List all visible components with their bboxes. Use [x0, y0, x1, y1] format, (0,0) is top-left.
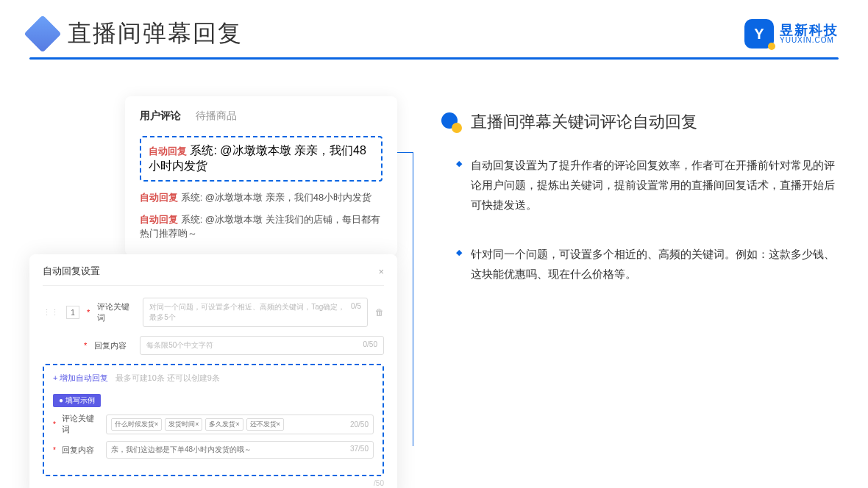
auto-reply-badge: 自动回复 — [149, 146, 187, 157]
keyword-counter: 0/5 — [351, 302, 361, 323]
form-row-1: ⋮⋮ 1 * 评论关键词 对同一个问题，可设置多个相近、高频的关键词，Tag确定… — [43, 298, 384, 327]
ex-reply-label: 回复内容 — [62, 445, 100, 456]
tab-user-comments[interactable]: 用户评论 — [140, 110, 181, 123]
auto-reply-settings-modal: 自动回复设置 × ⋮⋮ 1 * 评论关键词 对同一个问题，可设置多个相近、高频的… — [29, 254, 397, 488]
reply-placeholder: 每条限50个中文字符 — [146, 340, 213, 351]
description-bullets: 自动回复设置为了提升作者的评论回复效率，作者可在开播前针对常见的评论用户问题，提… — [441, 155, 839, 284]
outer-counter: /50 — [43, 479, 384, 487]
keyword-tag[interactable]: 还不发货× — [246, 418, 284, 431]
keyword-tag[interactable]: 多久发货× — [205, 418, 243, 431]
logo-en: YUUXIN.COM — [780, 37, 839, 44]
auto-reply-badge: 自动回复 — [140, 214, 178, 225]
bullet-item-1: 自动回复设置为了提升作者的评论回复效率，作者可在开播前针对常见的评论用户问题，提… — [456, 155, 839, 215]
required-star-icon: * — [53, 420, 56, 428]
subsection-header: 直播间弹幕关键词评论自动回复 — [441, 111, 839, 133]
trash-icon[interactable]: 🗑 — [375, 307, 384, 317]
header-left: 直播间弹幕回复 — [29, 18, 243, 50]
logo-text: 昱新科技 YUUXIN.COM — [780, 24, 839, 44]
example-section: + 增加自动回复 最多可建10条 还可以创建9条 ● 填写示例 * 评论关键词 … — [43, 364, 384, 476]
cube-icon — [24, 15, 62, 53]
modal-header: 自动回复设置 × — [43, 265, 384, 286]
required-star-icon: * — [87, 308, 90, 317]
close-icon[interactable]: × — [378, 266, 384, 277]
reply-label: 回复内容 — [94, 340, 132, 351]
keyword-label: 评论关键词 — [97, 301, 135, 323]
comment-line-2: 自动回复 系统: @冰墩墩本墩 亲亲，我们48小时内发货 — [140, 190, 383, 205]
keyword-placeholder: 对同一个问题，可设置多个相近、高频的关键词，Tag确定，最多5个 — [149, 302, 351, 323]
modal-title: 自动回复设置 — [43, 265, 100, 278]
form-row-2: * 回复内容 每条限50个中文字符 0/50 — [43, 336, 384, 355]
reply-counter: 0/50 — [363, 340, 377, 351]
left-column: 用户评论 待播商品 自动回复 系统: @冰墩墩本墩 亲亲，我们48小时内发货 自… — [29, 96, 397, 313]
keyword-input[interactable]: 对同一个问题，可设置多个相近、高频的关键词，Tag确定，最多5个 0/5 — [143, 298, 368, 327]
example-reply-row: * 回复内容 亲，我们这边都是下单48小时内发货的哦～ 37/50 — [53, 441, 374, 459]
logo-cn: 昱新科技 — [780, 24, 839, 37]
add-auto-reply-link[interactable]: + 增加自动回复 — [53, 373, 108, 382]
required-star-icon: * — [53, 446, 56, 454]
highlighted-comment: 自动回复 系统: @冰墩墩本墩 亲亲，我们48小时内发货 — [140, 136, 383, 182]
example-keyword-row: * 评论关键词 什么时候发货× 发货时间× 多久发货× 还不发货× 20/50 — [53, 413, 374, 435]
keyword-tag[interactable]: 发货时间× — [165, 418, 202, 431]
right-column: 直播间弹幕关键词评论自动回复 自动回复设置为了提升作者的评论回复效率，作者可在开… — [441, 96, 839, 313]
auto-reply-badge: 自动回复 — [140, 192, 178, 203]
required-star-icon: * — [84, 341, 87, 350]
comments-card: 用户评论 待播商品 自动回复 系统: @冰墩墩本墩 亲亲，我们48小时内发货 自… — [125, 96, 397, 256]
tabs: 用户评论 待播商品 — [140, 110, 383, 123]
ex-reply-text: 亲，我们这边都是下单48小时内发货的哦～ — [111, 445, 252, 455]
keyword-tag[interactable]: 什么时候发货× — [111, 418, 162, 431]
add-hint: 最多可建10条 还可以创建9条 — [115, 373, 220, 382]
ex-keyword-counter: 20/50 — [350, 420, 369, 428]
logo-badge-icon: Y — [744, 19, 774, 49]
ex-keyword-label: 评论关键词 — [62, 413, 100, 435]
ex-reply-box: 亲，我们这边都是下单48小时内发货的哦～ 37/50 — [106, 441, 374, 459]
connector-line — [395, 152, 413, 446]
reply-input[interactable]: 每条限50个中文字符 0/50 — [140, 336, 384, 355]
tab-pending-products[interactable]: 待播商品 — [196, 110, 237, 123]
bullet-item-2: 针对同一个问题，可设置多个相近的、高频的关键词。例如：这款多少钱、这块能优惠吗、… — [456, 244, 839, 284]
comment-line-3: 自动回复 系统: @冰墩墩本墩 关注我们的店铺，每日都有热门推荐哟～ — [140, 212, 383, 241]
row-number: 1 — [66, 306, 79, 319]
subsection-title: 直播间弹幕关键词评论自动回复 — [471, 111, 697, 133]
example-badge: ● 填写示例 — [53, 394, 101, 407]
brand-logo: Y 昱新科技 YUUXIN.COM — [744, 19, 839, 49]
comment-text: 系统: @冰墩墩本墩 亲亲，我们48小时内发货 — [181, 192, 372, 203]
ex-reply-counter: 37/50 — [350, 445, 369, 455]
ex-keyword-tags[interactable]: 什么时候发货× 发货时间× 多久发货× 还不发货× 20/50 — [106, 415, 374, 434]
page-header: 直播间弹幕回复 Y 昱新科技 YUUXIN.COM — [0, 0, 868, 57]
page-title: 直播间弹幕回复 — [68, 18, 243, 50]
bullet-icon — [441, 112, 460, 132]
